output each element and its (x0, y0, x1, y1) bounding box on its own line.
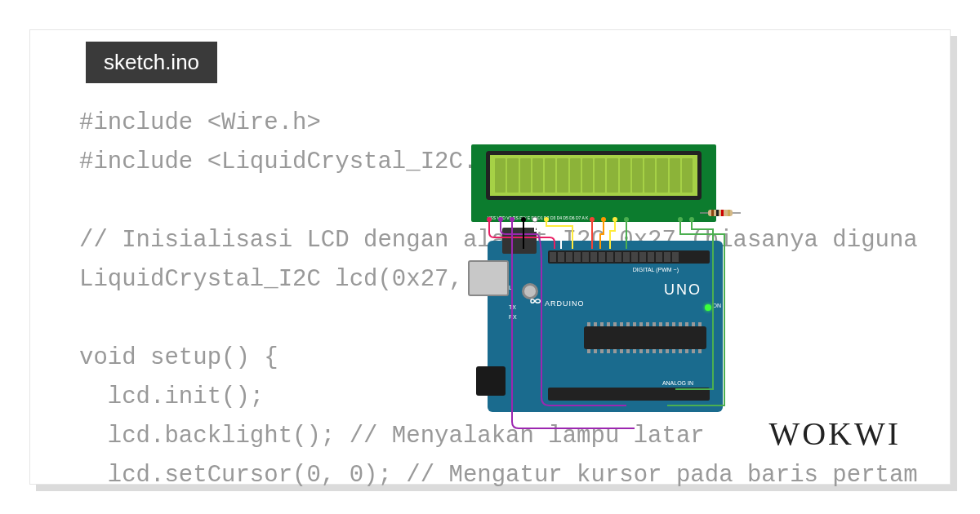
board-model-label: UNO (664, 281, 702, 299)
svg-rect-2 (711, 210, 714, 216)
l-label: L (509, 285, 512, 290)
arduino-uno-board[interactable]: UNO ARDUINO ON DIGITAL (PWM ~) ANALOG IN… (488, 241, 723, 412)
digital-header (548, 250, 710, 264)
circuit-diagram[interactable]: VSS VDD V0 RS RW E D0 D1 D2 D3 D4 D5 D6 … (422, 144, 733, 438)
code-line: void setup() { (79, 344, 278, 371)
wokwi-logo: WOKWI (768, 414, 901, 453)
code-line: lcd.init(); (79, 383, 264, 410)
on-label: ON (713, 303, 722, 308)
board-brand-label: ARDUINO (545, 299, 585, 308)
txrx-labels: TX RX (509, 303, 517, 322)
resistor-icon (700, 208, 741, 218)
analog-header (548, 388, 710, 401)
card: sketch.ino #include <Wire.h> #include <L… (29, 29, 951, 485)
arduino-logo-icon (527, 296, 545, 306)
atmega-chip-icon (584, 326, 706, 349)
svg-rect-4 (721, 210, 724, 216)
digital-label: DIGITAL (PWM ~) (633, 267, 679, 273)
power-jack-icon (476, 366, 506, 396)
file-tab-label: sketch.ino (104, 50, 199, 74)
code-line: lcd.setCursor(0, 0); // Mengatur kursor … (79, 462, 917, 489)
file-tab[interactable]: sketch.ino (86, 42, 217, 83)
usb-port-icon (468, 260, 509, 296)
svg-rect-3 (716, 210, 719, 216)
analog-label: ANALOG IN (662, 380, 693, 386)
lcd-screen (486, 151, 702, 200)
code-line: #include <Wire.h> (79, 109, 321, 136)
power-led-icon (705, 304, 711, 311)
svg-rect-5 (728, 210, 730, 216)
lcd-pin-labels: VSS VDD V0 RS RW E D0 D1 D2 D3 D4 D5 D6 … (488, 215, 700, 220)
icsp-header-icon (502, 228, 537, 254)
lcd-component[interactable]: VSS VDD V0 RS RW E D0 D1 D2 D3 D4 D5 D6 … (471, 144, 716, 222)
